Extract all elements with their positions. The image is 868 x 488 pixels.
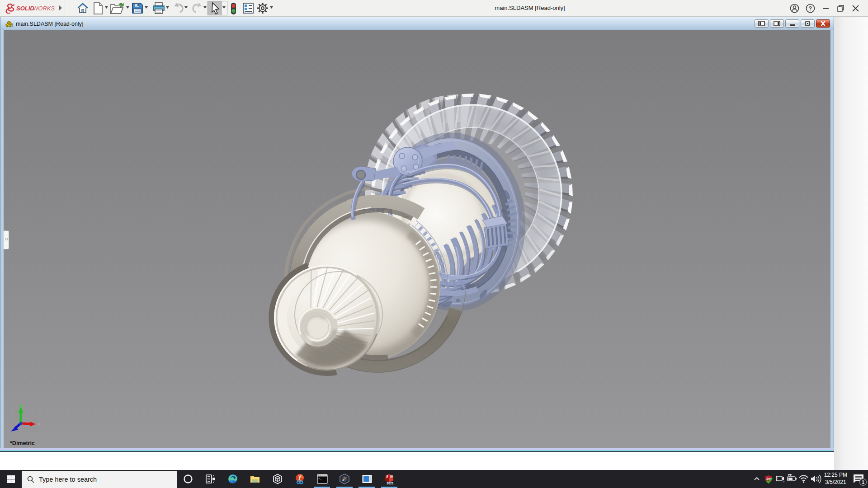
svg-text:S: S: [386, 475, 388, 478]
svg-text:W: W: [390, 475, 393, 478]
svg-text:WORKS: WORKS: [33, 5, 55, 12]
svg-text:>_: >_: [318, 477, 322, 480]
svg-text:1: 1: [862, 479, 864, 485]
svg-text:?: ?: [809, 5, 812, 12]
svg-text:SOLID: SOLID: [16, 5, 34, 12]
svg-text:C:\: C:\: [318, 475, 321, 477]
svg-text:x: x: [38, 421, 41, 427]
svg-text:2021: 2021: [387, 482, 394, 485]
